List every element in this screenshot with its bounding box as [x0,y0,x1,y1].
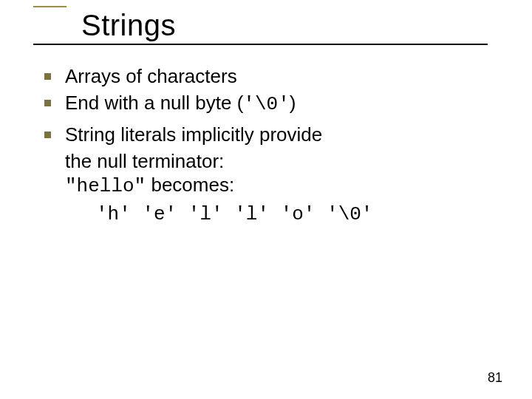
code-inline: '\0' [243,93,289,115]
bullet-text: the null terminator: [65,150,224,172]
bullet-item: String literals implicitly provide [44,123,488,147]
bullet-text: Arrays of characters [65,65,237,87]
title-rule-top [33,6,66,7]
content-area: Arrays of characters End with a null byt… [44,65,488,226]
bullet-continuation: the null terminator: [44,150,488,174]
slide: Strings Arrays of characters End with a … [0,0,532,399]
code-inline: "hello" [65,175,146,197]
char-array-line: 'h' 'e' 'l' 'l' 'o' '\0' [44,203,488,227]
bullet-continuation: "hello" becomes: [44,174,488,199]
bullet-item: End with a null byte ('\0') [44,92,488,117]
bullet-square-icon [44,100,51,106]
page-number: 81 [488,370,502,386]
title-rule-bottom [33,44,488,45]
bullet-text: becomes: [146,174,234,196]
bullet-square-icon [44,73,51,80]
bullet-square-icon [44,132,51,138]
bullet-item: Arrays of characters [44,65,488,89]
bullet-text: ) [290,92,296,114]
title-block: Strings [15,6,502,45]
slide-title: Strings [81,9,502,42]
bullet-text: End with a null byte ( [65,92,243,114]
bullet-text: String literals implicitly provide [65,123,322,146]
